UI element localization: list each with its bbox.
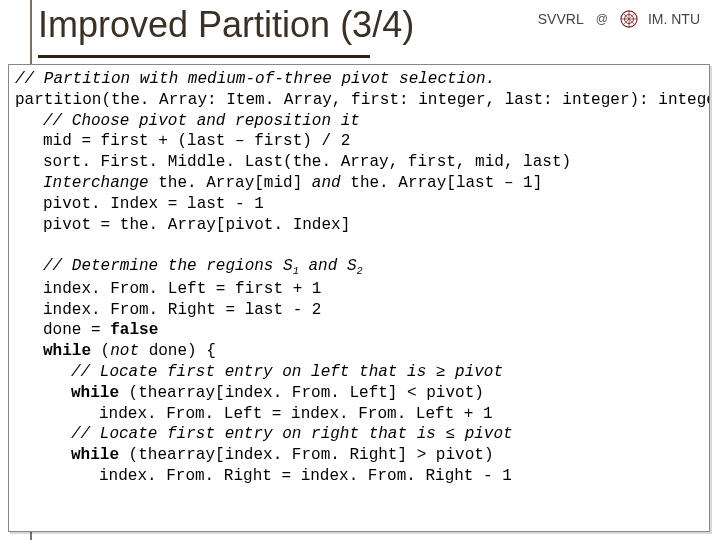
- page-title: Improved Partition (3/4): [38, 4, 414, 45]
- code-comment: // Locate first entry on right that is ≤…: [15, 424, 703, 445]
- code-line: while (thearray[index. From. Right] > pi…: [15, 445, 703, 466]
- code-line: mid = first + (last – first) / 2: [15, 131, 703, 152]
- ntu-logo-icon: [620, 10, 638, 28]
- code-comment: // Determine the regions S1 and S2: [15, 256, 703, 279]
- code-comment: // Partition with medium-of-three pivot …: [15, 69, 703, 90]
- code-line: pivot. Index = last - 1: [15, 194, 703, 215]
- header-right: SVVRL @ IM. NTU: [538, 10, 700, 28]
- code-comment: // Locate first entry on left that is ≥ …: [15, 362, 703, 383]
- at-icon: @: [596, 12, 608, 26]
- code-comment: // Choose pivot and reposition it: [15, 111, 703, 132]
- title-row: Improved Partition (3/4): [0, 0, 720, 60]
- code-line: while (thearray[index. From. Left] < piv…: [15, 383, 703, 404]
- code-line: pivot = the. Array[pivot. Index]: [15, 215, 703, 236]
- code-line: index. From. Left = index. From. Left + …: [15, 404, 703, 425]
- code-line: done = false: [15, 320, 703, 341]
- header-left-label: SVVRL: [538, 11, 584, 27]
- code-line: index. From. Right = last - 2: [15, 300, 703, 321]
- code-line: index. From. Left = first + 1: [15, 279, 703, 300]
- code-block: // Partition with medium-of-three pivot …: [8, 64, 710, 532]
- code-line: partition(the. Array: Item. Array, first…: [15, 90, 703, 111]
- header-right-label: IM. NTU: [648, 11, 700, 27]
- code-line: while (not done) {: [15, 341, 703, 362]
- code-blank: [15, 235, 703, 256]
- title-underline: [38, 55, 370, 58]
- code-line: index. From. Right = index. From. Right …: [15, 466, 703, 487]
- code-line: Interchange the. Array[mid] and the. Arr…: [15, 173, 703, 194]
- code-line: sort. First. Middle. Last(the. Array, fi…: [15, 152, 703, 173]
